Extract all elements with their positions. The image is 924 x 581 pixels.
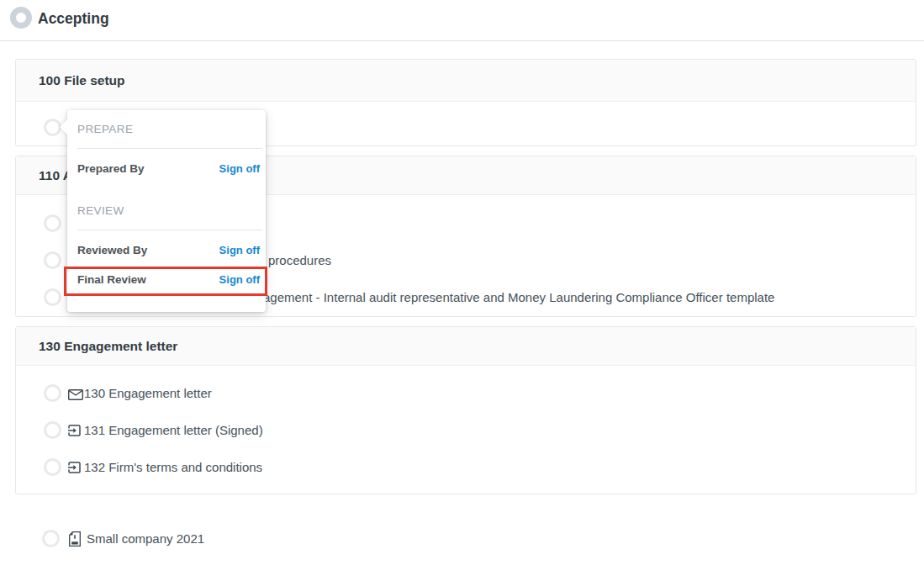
signoff-role-label: Final Review bbox=[77, 273, 146, 286]
page: Accepting 100 File setup 110 Ac procedur… bbox=[0, 0, 924, 581]
signoff-ring[interactable] bbox=[44, 288, 61, 306]
sign-off-link[interactable]: Sign off bbox=[219, 273, 260, 286]
popup-item-final-review: Final Review Sign off bbox=[77, 273, 260, 286]
header-divider bbox=[0, 40, 924, 41]
signoff-role-label: Prepared By bbox=[77, 162, 145, 175]
signoff-popup: PREPARE Prepared By Sign off REVIEW Revi… bbox=[67, 110, 266, 312]
envelope-icon bbox=[68, 388, 83, 404]
popup-section-heading: PREPARE bbox=[77, 123, 133, 135]
document-link[interactable]: agement - Internal audit representative … bbox=[263, 290, 774, 305]
signoff-ring[interactable] bbox=[44, 458, 61, 476]
document-link[interactable]: 131 Engagement letter (Signed) bbox=[84, 423, 263, 438]
popup-section-heading: REVIEW bbox=[77, 204, 124, 217]
signoff-ring[interactable] bbox=[42, 530, 60, 547]
popup-item-reviewed-by: Reviewed By Sign off bbox=[77, 244, 260, 256]
status-ring-icon bbox=[10, 7, 32, 29]
document-link[interactable]: 130 Engagement letter bbox=[84, 386, 212, 401]
document-link[interactable]: Small company 2021 bbox=[87, 531, 204, 547]
popup-divider bbox=[77, 148, 262, 149]
import-icon bbox=[68, 462, 81, 477]
popup-item-prepared-by: Prepared By Sign off bbox=[77, 162, 260, 175]
signoff-role-label: Reviewed By bbox=[77, 244, 147, 256]
signoff-ring[interactable] bbox=[44, 214, 61, 232]
document-icon bbox=[69, 531, 81, 550]
section-header-130[interactable]: 130 Engagement letter bbox=[16, 327, 916, 366]
signoff-ring[interactable] bbox=[44, 251, 61, 269]
signoff-ring[interactable] bbox=[44, 421, 61, 439]
signoff-ring[interactable] bbox=[44, 384, 61, 402]
section-card-130: 130 Engagement letter 130 Engagement let… bbox=[15, 326, 916, 494]
sign-off-link[interactable]: Sign off bbox=[219, 244, 260, 256]
page-title: Accepting bbox=[38, 10, 109, 28]
popup-divider bbox=[77, 230, 262, 230]
signoff-ring[interactable] bbox=[44, 119, 61, 136]
section-title: 100 File setup bbox=[39, 73, 125, 88]
sign-off-link[interactable]: Sign off bbox=[219, 162, 260, 175]
document-link[interactable]: 132 Firm's terms and conditions bbox=[84, 460, 262, 475]
document-link[interactable]: procedures bbox=[268, 253, 331, 268]
import-icon bbox=[68, 425, 81, 440]
section-title: 130 Engagement letter bbox=[39, 339, 177, 354]
section-header-100[interactable]: 100 File setup bbox=[16, 60, 916, 102]
